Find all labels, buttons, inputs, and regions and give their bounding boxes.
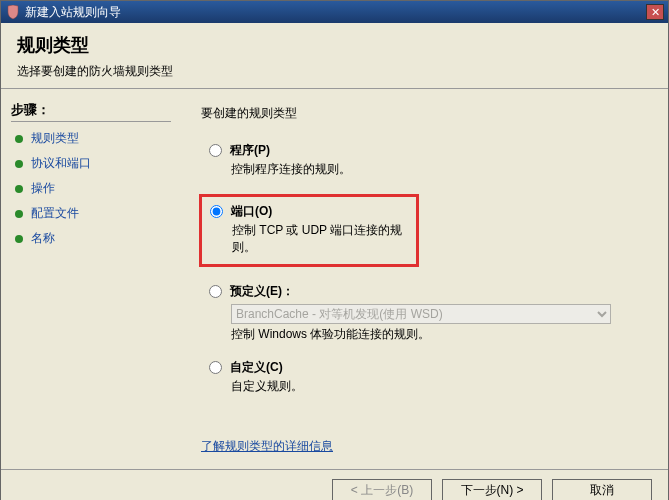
- close-button[interactable]: ✕: [646, 4, 664, 20]
- predefined-select[interactable]: BranchCache - 对等机发现(使用 WSD): [231, 304, 611, 324]
- bullet-icon: [15, 235, 23, 243]
- step-profile[interactable]: 配置文件: [11, 205, 171, 222]
- wizard-window: 新建入站规则向导 ✕ 规则类型 选择要创建的防火墙规则类型 步骤： 规则类型 协…: [0, 0, 669, 500]
- firewall-icon: [5, 4, 21, 20]
- radio-custom-desc: 自定义规则。: [231, 378, 648, 395]
- radio-port[interactable]: 端口(O) 控制 TCP 或 UDP 端口连接的规则。: [199, 194, 419, 267]
- steps-sidebar: 步骤： 规则类型 协议和端口 操作 配置文件 名称: [1, 89, 181, 469]
- cancel-button[interactable]: 取消: [552, 479, 652, 501]
- bullet-icon: [15, 160, 23, 168]
- step-rule-type[interactable]: 规则类型: [11, 130, 171, 147]
- step-protocol-port[interactable]: 协议和端口: [11, 155, 171, 172]
- radio-program-input[interactable]: [209, 144, 222, 157]
- bullet-icon: [15, 210, 23, 218]
- bullet-icon: [15, 135, 23, 143]
- divider: [11, 121, 171, 122]
- step-action[interactable]: 操作: [11, 180, 171, 197]
- page-header: 规则类型 选择要创建的防火墙规则类型: [1, 23, 668, 89]
- page-title: 规则类型: [17, 33, 652, 57]
- radio-predefined-desc: 控制 Windows 体验功能连接的规则。: [231, 326, 648, 343]
- body: 步骤： 规则类型 协议和端口 操作 配置文件 名称: [1, 89, 668, 469]
- learn-more-link[interactable]: 了解规则类型的详细信息: [201, 438, 333, 455]
- prompt-text: 要创建的规则类型: [201, 105, 648, 122]
- radio-port-input[interactable]: [210, 205, 223, 218]
- radio-predefined[interactable]: 预定义(E)： BranchCache - 对等机发现(使用 WSD) 控制 W…: [209, 283, 648, 343]
- radio-program[interactable]: 程序(P) 控制程序连接的规则。: [209, 142, 648, 178]
- next-button[interactable]: 下一步(N) >: [442, 479, 542, 501]
- back-button[interactable]: < 上一步(B): [332, 479, 432, 501]
- bullet-icon: [15, 185, 23, 193]
- predefined-select-wrap: BranchCache - 对等机发现(使用 WSD): [231, 304, 611, 324]
- page-subtitle: 选择要创建的防火墙规则类型: [17, 63, 652, 80]
- main-panel: 要创建的规则类型 程序(P) 控制程序连接的规则。 端口(O) 控制 TCP 或…: [181, 89, 668, 469]
- rule-type-group: 程序(P) 控制程序连接的规则。 端口(O) 控制 TCP 或 UDP 端口连接…: [209, 142, 648, 395]
- footer: < 上一步(B) 下一步(N) > 取消: [1, 469, 668, 500]
- titlebar[interactable]: 新建入站规则向导 ✕: [1, 1, 668, 23]
- radio-custom[interactable]: 自定义(C) 自定义规则。: [209, 359, 648, 395]
- steps-heading: 步骤：: [11, 101, 171, 119]
- radio-program-desc: 控制程序连接的规则。: [231, 161, 648, 178]
- radio-predefined-input[interactable]: [209, 285, 222, 298]
- window-title: 新建入站规则向导: [25, 4, 646, 21]
- step-name[interactable]: 名称: [11, 230, 171, 247]
- radio-port-desc: 控制 TCP 或 UDP 端口连接的规则。: [232, 222, 408, 256]
- radio-custom-input[interactable]: [209, 361, 222, 374]
